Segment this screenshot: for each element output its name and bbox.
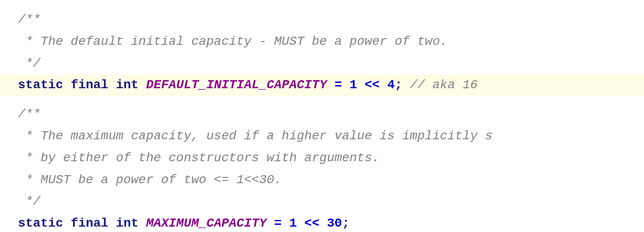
code-line: * by either of the constructors with arg… — [18, 147, 626, 169]
code-editor: /** * The default initial capacity - MUS… — [0, 0, 644, 232]
code-plain — [357, 75, 365, 95]
code-spacer — [18, 96, 626, 103]
code-line: static final int DEFAULT_INITIAL_CAPACIT… — [0, 74, 644, 96]
code-keyword: final — [71, 214, 109, 232]
code-plain — [63, 75, 71, 95]
code-punctuation: ; — [342, 214, 350, 232]
code-number: 1 — [289, 214, 297, 232]
code-plain — [63, 214, 71, 232]
code-comment: * by either of the constructors with arg… — [18, 148, 380, 168]
code-operator: = — [274, 214, 282, 232]
code-plain — [402, 75, 410, 95]
code-line: * The default initial capacity - MUST be… — [18, 31, 626, 53]
code-plain — [109, 214, 116, 232]
code-plain — [297, 214, 305, 232]
code-plain — [139, 75, 146, 95]
code-number: 1 — [349, 75, 357, 95]
code-type: int — [116, 214, 138, 232]
code-plain — [380, 75, 387, 95]
code-comment: * The maximum capacity, used if a higher… — [18, 126, 493, 146]
code-comment: * The default initial capacity - MUST be… — [18, 32, 448, 52]
code-line: */ — [18, 191, 626, 213]
code-number: 30 — [327, 214, 342, 232]
code-line: * The maximum capacity, used if a higher… — [18, 125, 626, 147]
code-plain — [342, 75, 350, 95]
code-number: 4 — [387, 75, 395, 95]
code-keyword: final — [71, 75, 109, 95]
code-line: * MUST be a power of two <= 1<<30. — [18, 169, 626, 191]
code-line: */ — [18, 53, 626, 75]
code-keyword: static — [18, 214, 63, 232]
code-operator: << — [365, 75, 380, 95]
code-plain — [267, 214, 274, 232]
code-plain — [327, 75, 335, 95]
code-identifier: MAXIMUM_CAPACITY — [146, 214, 267, 232]
code-plain — [109, 75, 116, 95]
code-type: int — [116, 75, 138, 95]
code-comment: * MUST be a power of two <= 1<<30. — [18, 170, 282, 190]
code-plain — [139, 214, 146, 232]
code-plain — [282, 214, 289, 232]
code-line: static final int MAXIMUM_CAPACITY = 1 <<… — [18, 213, 626, 232]
code-comment: /** — [18, 104, 40, 125]
code-line: /** — [18, 103, 626, 125]
code-line: /** — [18, 9, 626, 31]
code-operator: = — [335, 75, 342, 95]
code-operator: << — [305, 214, 320, 232]
code-identifier: DEFAULT_INITIAL_CAPACITY — [146, 75, 327, 95]
code-comment: /** — [18, 10, 40, 30]
code-punctuation: ; — [395, 75, 402, 95]
code-inline-comment: // aka 16 — [410, 75, 478, 95]
code-comment: */ — [18, 192, 40, 212]
code-plain — [319, 214, 327, 232]
code-keyword: static — [18, 75, 63, 95]
code-comment: */ — [18, 54, 40, 74]
